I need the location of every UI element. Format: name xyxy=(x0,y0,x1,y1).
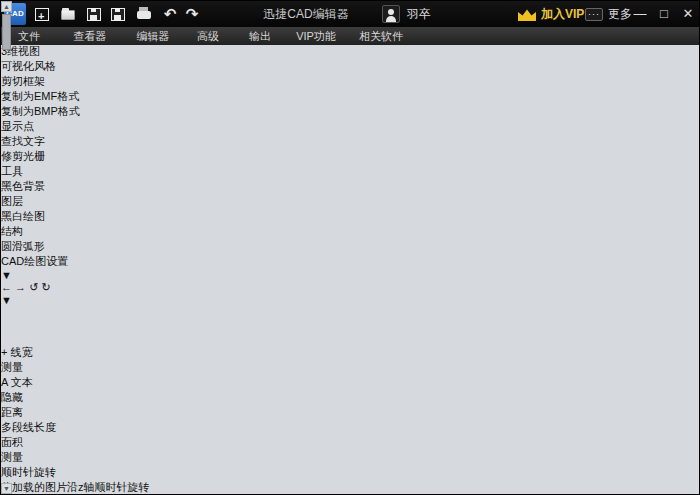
ribbon: 2维线框 3维视图 可视化风格 剪切框架 复制为EMF格式 复制为BMP格式 显… xyxy=(1,29,699,465)
tooltip-body-line1: 将加载的图片沿z轴顺时针旋转 xyxy=(1,480,699,495)
line-width-button[interactable]: + 线宽 xyxy=(1,345,47,360)
user-avatar-icon[interactable] xyxy=(382,5,400,23)
distance-button[interactable]: 距离 xyxy=(1,405,53,420)
line-width-icon: + xyxy=(1,346,7,358)
minimize-button[interactable]: — xyxy=(629,1,651,27)
menu-item-2[interactable]: 编辑器 xyxy=(125,28,181,44)
area-button[interactable]: 面积 xyxy=(1,435,53,450)
print-icon[interactable] xyxy=(133,3,155,25)
open-icon[interactable] xyxy=(57,3,79,25)
text-icon: A xyxy=(1,376,8,388)
copy-emf-button[interactable]: 复制为EMF格式 xyxy=(1,89,109,104)
trim-raster-button: 修剪光栅 xyxy=(1,149,63,164)
menu-item-3[interactable]: 高级 xyxy=(185,28,231,44)
title-bar: CAD ↶↷ 迅捷CAD编辑器 羽卒 加入VIP ··· 更多 — □ ✕ xyxy=(1,1,700,27)
polyline-length-button[interactable]: 多段线长度 xyxy=(1,420,71,435)
rotate-view-icon[interactable]: ↺ xyxy=(29,281,38,293)
more-dots-icon[interactable]: ··· xyxy=(585,8,603,21)
menu-item-5[interactable]: VIP功能 xyxy=(287,28,345,44)
tooltip-title: 顺时针旋转 xyxy=(1,465,699,480)
save-as-icon[interactable] xyxy=(107,3,129,25)
zoom-in-dropdown-chevron[interactable]: ▼ xyxy=(1,269,12,281)
highlight-box-cw xyxy=(1,325,26,345)
zoom-out-dropdown-chevron[interactable]: ▼ xyxy=(1,294,12,306)
tooltip-clockwise-rotate: 顺时针旋转 将加载的图片沿z轴顺时针旋转 90度 xyxy=(1,465,699,495)
scroll-up-icon[interactable]: ▲ xyxy=(1,1,12,12)
join-vip-button[interactable]: 加入VIP xyxy=(541,1,584,27)
measure-toggle-button[interactable]: 测量 xyxy=(1,360,49,375)
previous-view-icon[interactable]: ← xyxy=(1,281,12,293)
view-3d-button[interactable]: 3维视图 xyxy=(1,44,68,59)
undo-icon[interactable]: ↶ xyxy=(159,3,181,25)
clip-frame-button[interactable]: 剪切框架 xyxy=(1,74,79,89)
close-button[interactable]: ✕ xyxy=(677,1,699,27)
structure-button[interactable]: 结构 xyxy=(1,224,39,239)
group-label-measure: 测量 xyxy=(1,450,79,465)
bw-drawing-button[interactable]: 黑白绘图 xyxy=(1,209,65,224)
new-icon[interactable] xyxy=(31,3,53,25)
black-background-button[interactable]: 黑色背景 xyxy=(1,179,65,194)
menu-bar: 文件查看器编辑器高级输出VIP功能相关软件 xyxy=(1,27,700,45)
rotate-view-disabled-icon: ↻ xyxy=(41,281,50,293)
highlight-box-ccw xyxy=(1,306,26,325)
scroll-down-icon[interactable]: ▼ xyxy=(1,483,12,494)
scrollbar-thumb[interactable] xyxy=(2,14,11,50)
menu-item-1[interactable]: 查看器 xyxy=(59,28,121,44)
smooth-arc-button[interactable]: 圆滑弧形 xyxy=(1,239,69,254)
group-label-cad-settings: CAD绘图设置 xyxy=(1,254,121,269)
group-label-tools: 工具 xyxy=(1,164,159,179)
show-points-button[interactable]: 显示点 xyxy=(1,119,61,134)
group-label-hide: 隐藏 xyxy=(1,390,66,405)
find-text-button[interactable]: 查找文字 xyxy=(1,134,63,149)
username[interactable]: 羽卒 xyxy=(407,1,431,27)
copy-bmp-button[interactable]: 复制为BMP格式 xyxy=(1,104,109,119)
menu-item-6[interactable]: 相关软件 xyxy=(349,28,413,44)
layers-button[interactable]: 图层 xyxy=(1,194,39,209)
maximize-button[interactable]: □ xyxy=(653,1,675,27)
app-title: 迅捷CAD编辑器 xyxy=(236,1,376,27)
save-icon[interactable] xyxy=(83,3,105,25)
text-toggle-button[interactable]: A 文本 xyxy=(1,375,47,390)
cad-editor-window: CAD ↶↷ 迅捷CAD编辑器 羽卒 加入VIP ··· 更多 — □ ✕ 文件… xyxy=(0,0,700,495)
next-view-icon[interactable]: → xyxy=(15,281,26,293)
menu-item-4[interactable]: 输出 xyxy=(237,28,283,44)
redo-icon[interactable]: ↷ xyxy=(181,3,203,25)
crown-icon xyxy=(518,9,536,21)
group-label-visual-style: 可视化风格 xyxy=(1,59,75,74)
